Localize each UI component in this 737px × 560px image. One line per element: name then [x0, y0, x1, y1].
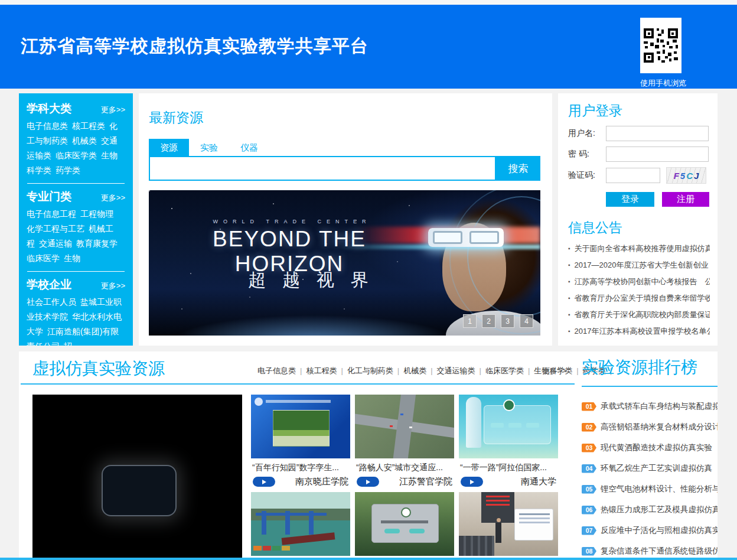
card-thumbnail: [251, 395, 350, 458]
banner-stars: [149, 190, 150, 191]
rank-text: 复杂信道条件下通信系统链路级仿真实: [601, 546, 718, 556]
more-link[interactable]: 更多>>: [101, 281, 125, 291]
sidebar-item[interactable]: 药学类: [56, 165, 80, 175]
username-label: 用户名:: [568, 128, 606, 139]
sidebar-section-title: 专业门类: [27, 189, 71, 204]
register-button[interactable]: 注册: [662, 192, 709, 207]
category-link[interactable]: 临床医学类: [485, 366, 534, 375]
ranking-item[interactable]: 02高强韧铝基纳米复合材料成分设计与性: [582, 422, 718, 432]
card-school: 江苏警官学院: [399, 476, 452, 487]
rank-badge: 01: [582, 402, 596, 411]
category-link[interactable]: 化工与制药类: [347, 366, 403, 375]
sidebar-item[interactable]: 电子信息类: [27, 121, 68, 131]
sidebar-item[interactable]: 临床医学类: [56, 151, 97, 160]
category-link[interactable]: 机械类: [403, 366, 436, 375]
resource-card[interactable]: “一带一路”阿拉伯国家... 南通大学: [459, 395, 558, 487]
rank-badge: 03: [582, 444, 596, 452]
sidebar-item[interactable]: 机械类: [72, 136, 97, 145]
search-button[interactable]: 搜索: [496, 156, 540, 181]
pager-item-1[interactable]: 1: [463, 314, 477, 328]
category-link[interactable]: 核工程类: [306, 366, 347, 375]
sidebar-item[interactable]: 化学工程与工艺: [27, 224, 84, 233]
divider: [27, 183, 125, 184]
banner-pager: 1 2 3 4: [463, 314, 533, 328]
play-button[interactable]: [253, 477, 275, 487]
video-player[interactable]: [32, 395, 242, 560]
site-header: 江苏省高等学校虚拟仿真实验教学共享平台: [0, 5, 737, 89]
card-thumbnail: [355, 395, 454, 458]
sidebar-section-subjects: 学科大类 更多>> 电子信息类核工程类化工与制药类机械类交通运输类临床医学类生物…: [27, 101, 125, 178]
underline: [21, 383, 575, 385]
announcement-item[interactable]: 2017年江苏本科高校设置申报学校名单公示: [568, 323, 710, 340]
card-thumbnail: [355, 492, 454, 556]
sidebar-item[interactable]: 招: [64, 341, 72, 346]
sidebar-item[interactable]: 交通运输: [39, 239, 72, 248]
banner-slide[interactable]: WORLD TRADE CENTER BEYOND THE HORIZON 超越…: [149, 190, 540, 336]
tab-resources[interactable]: 资源: [149, 139, 189, 156]
qr-caption: 使用手机浏览: [640, 78, 681, 89]
resource-card[interactable]: 2型糖尿病患者中西医结...: [459, 492, 558, 560]
more-link[interactable]: 更多>>: [101, 193, 125, 203]
sidebar-item[interactable]: 电子信息工程: [27, 209, 76, 219]
vr-glasses-art: [428, 228, 504, 247]
announcement-item[interactable]: 关于面向全省本科高校推荐使用虚拟仿真实: [568, 240, 710, 257]
ranking-item[interactable]: 03现代黄酒酿造技术虚拟仿真实验: [582, 442, 718, 453]
login-title: 用户登录: [568, 102, 718, 120]
play-button[interactable]: [357, 477, 379, 487]
category-link[interactable]: 电子信息类: [257, 366, 306, 375]
ranking-item[interactable]: 05锂空气电池材料设计、性能分析与燃爆: [582, 484, 718, 494]
password-label: 密 码:: [568, 149, 606, 159]
announcement-item[interactable]: 省教育厅办公室关于填报自费来华留学收费: [568, 290, 710, 307]
sidebar-section-schools: 学校企业 更多>> 社会工作人员盐城工业职业技术学院华北水利水电大学江南造船(集…: [27, 277, 125, 346]
banner-subtitle: 超越视界: [190, 268, 426, 292]
tab-experiments[interactable]: 实验: [189, 139, 229, 156]
captcha-image[interactable]: F 5 C J: [666, 167, 706, 184]
ranking-item[interactable]: 08复杂信道条件下通信系统链路级仿真实: [582, 546, 718, 556]
sidebar-section-majors: 专业门类 更多>> 电子信息工程工程物理化学工程与工艺机械工程交通运输教育康复学…: [27, 189, 125, 266]
ranking-item[interactable]: 06热锻压力成形工艺及模具虚拟仿真实验: [582, 504, 718, 515]
sidebar-item[interactable]: 社会工作人员: [27, 297, 76, 307]
resource-card[interactable]: “路畅人安”城市交通应... 江苏警官学院: [355, 395, 454, 487]
ranking-item[interactable]: 01承载式轿车白车身结构与装配虚拟仿真: [582, 401, 718, 412]
resource-card[interactable]: “百年行知园”数字孪生... 南京晓庄学院: [251, 395, 350, 487]
rank-badge: 04: [582, 464, 596, 473]
sidebar-item[interactable]: 生物: [64, 253, 80, 263]
pager-item-3[interactable]: 3: [501, 314, 514, 328]
sidebar-item[interactable]: 核工程类: [72, 121, 105, 131]
qr-code: [640, 18, 681, 73]
qr-block: 使用手机浏览: [640, 18, 681, 89]
left-sidebar: 学科大类 更多>> 电子信息类核工程类化工与制药类机械类交通运输类临床医学类生物…: [19, 93, 133, 346]
resources-title: 虚拟仿真实验资源: [32, 357, 165, 380]
search-bar: 搜索: [149, 156, 540, 181]
login-button[interactable]: 登录: [606, 192, 654, 207]
search-input[interactable]: [149, 156, 496, 181]
captcha-input[interactable]: [606, 168, 660, 183]
resources-more-link[interactable]: 更多>>: [542, 366, 566, 376]
sidebar-item[interactable]: 临床医学: [27, 253, 60, 263]
ranking-item[interactable]: 04环氧乙烷生产工艺实训虚拟仿真: [582, 463, 718, 474]
password-input[interactable]: [606, 146, 709, 162]
card-title: “百年行知园”数字孪生...: [251, 458, 350, 475]
announcement-item[interactable]: 江苏高等学校协同创新中心考核报告 公示: [568, 274, 710, 290]
resource-card[interactable]: 《梦秋》身份体系虚拟仿...: [355, 492, 454, 560]
sidebar-item[interactable]: 教育康复学: [76, 239, 118, 248]
announcement-item[interactable]: 2017—2020年度江苏省大学生创新创业: [568, 257, 710, 274]
card-thumbnail: [251, 492, 350, 556]
video-loading-art: [102, 465, 177, 516]
ranking-item[interactable]: 07反应堆中子活化与照相虚拟仿真实验项: [582, 525, 718, 536]
sidebar-item[interactable]: 工程物理: [80, 209, 113, 219]
card-school: 南通大学: [521, 476, 556, 487]
more-link[interactable]: 更多>>: [101, 105, 125, 115]
announcements-title: 信息公告: [568, 219, 718, 237]
category-link[interactable]: 交通运输类: [437, 366, 485, 375]
rank-text: 锂空气电池材料设计、性能分析与燃爆: [601, 484, 718, 494]
resources-section: 虚拟仿真实验资源 电子信息类核工程类化工与制药类机械类交通运输类临床医学类生物科…: [19, 351, 718, 560]
resource-card[interactable]: “一带一路”集装箱海陆...: [251, 492, 350, 560]
play-button[interactable]: [461, 477, 483, 487]
username-input[interactable]: [606, 126, 709, 141]
tab-instruments[interactable]: 仪器: [229, 139, 269, 156]
pager-item-2[interactable]: 2: [482, 314, 495, 328]
announcement-item[interactable]: 省教育厅关于深化高职院校内部质量保证体: [568, 307, 710, 323]
pager-item-4[interactable]: 4: [520, 314, 533, 328]
rank-badge: 02: [582, 423, 596, 432]
